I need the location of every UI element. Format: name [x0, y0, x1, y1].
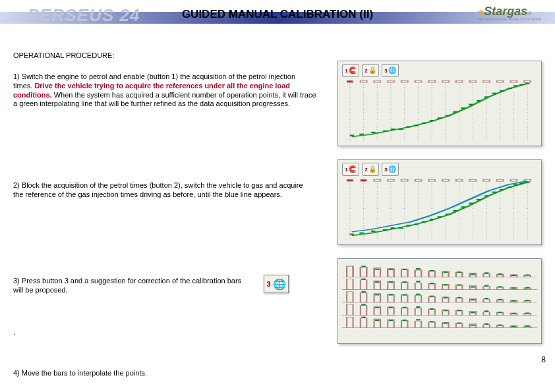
svg-rect-218 [375, 294, 380, 295]
svg-rect-141 [428, 296, 434, 302]
svg-rect-203 [525, 274, 530, 275]
svg-rect-183 [428, 271, 434, 277]
svg-rect-149 [347, 304, 353, 315]
logo-text-post: gas [507, 5, 527, 18]
svg-rect-206 [389, 281, 394, 283]
svg-rect-83 [391, 227, 395, 229]
suggest-correction-button[interactable]: 3🌐 [382, 163, 399, 176]
svg-rect-117 [483, 273, 489, 277]
svg-rect-101 [525, 182, 530, 183]
svg-rect-250 [457, 322, 461, 323]
svg-rect-207 [402, 281, 407, 283]
svg-rect-159 [483, 312, 489, 315]
svg-rect-136 [361, 293, 366, 302]
step-4-text: 4) Move the bars to interpolate the poin… [13, 369, 277, 378]
button-3-number: 3 [266, 280, 270, 288]
toolbar: 1🧲 2🔒 3🌐 [342, 163, 399, 176]
svg-rect-87 [422, 221, 426, 223]
toolbar: 1🧲 2🔒 3🌐 [342, 64, 399, 77]
svg-rect-223 [444, 297, 448, 298]
svg-rect-253 [498, 324, 503, 325]
svg-rect-84 [399, 227, 403, 229]
svg-rect-40 [453, 111, 457, 113]
svg-rect-94 [477, 199, 481, 200]
svg-rect-48 [513, 85, 518, 86]
svg-rect-233 [402, 307, 407, 308]
svg-rect-255 [525, 325, 530, 327]
svg-rect-240 [498, 312, 503, 313]
svg-rect-47 [508, 88, 512, 89]
chart-plot-3 [342, 263, 537, 339]
logo-text-pre: Star [484, 5, 507, 18]
svg-rect-85 [406, 225, 411, 226]
svg-rect-211 [457, 284, 461, 285]
svg-rect-195 [416, 268, 421, 269]
svg-rect-140 [415, 296, 421, 302]
svg-rect-247 [416, 319, 421, 320]
svg-rect-28 [350, 135, 355, 136]
step-3-text: 3) Press button 3 and a suggestion for c… [13, 277, 250, 295]
svg-rect-34 [406, 126, 411, 127]
brand-logo: ✱Stargas® ALTERNATIVE FUEL SYSTEMS [478, 5, 542, 21]
svg-rect-222 [430, 296, 434, 297]
svg-rect-230 [361, 304, 366, 305]
svg-rect-217 [361, 291, 366, 293]
svg-rect-93 [469, 203, 473, 204]
svg-rect-214 [498, 286, 503, 287]
svg-rect-168 [415, 321, 421, 327]
lock-petrol-button[interactable]: 2🔒 [362, 64, 379, 77]
svg-rect-135 [347, 292, 353, 302]
svg-rect-39 [446, 115, 450, 116]
svg-rect-82 [383, 229, 388, 231]
svg-rect-88 [430, 219, 434, 220]
svg-rect-112 [415, 270, 421, 277]
svg-rect-86 [414, 224, 419, 225]
svg-rect-81 [371, 231, 376, 232]
svg-rect-44 [484, 96, 489, 98]
svg-rect-220 [402, 294, 407, 296]
svg-rect-126 [415, 283, 421, 289]
svg-rect-202 [511, 275, 516, 276]
svg-rect-50 [525, 83, 530, 84]
svg-rect-232 [389, 307, 394, 308]
svg-rect-181 [401, 269, 407, 277]
svg-rect-252 [484, 323, 489, 325]
svg-rect-254 [511, 325, 516, 327]
star-icon: ✱ [478, 9, 484, 16]
svg-rect-201 [498, 273, 503, 275]
svg-rect-145 [483, 299, 489, 302]
svg-rect-194 [402, 269, 407, 270]
svg-rect-31 [383, 130, 388, 132]
svg-rect-243 [361, 317, 366, 318]
svg-rect-90 [446, 213, 450, 215]
svg-rect-241 [511, 313, 516, 314]
suggest-correction-button[interactable]: 3🌐 [382, 64, 399, 77]
svg-rect-113 [428, 271, 434, 277]
svg-rect-99 [513, 184, 518, 185]
step-1-text: 1) Switch the engine to petrol and enabl… [13, 72, 316, 109]
svg-rect-221 [416, 294, 421, 295]
globe-icon: 🌐 [273, 278, 286, 291]
svg-rect-14 [347, 80, 353, 82]
globe-icon: 🌐 [388, 166, 396, 173]
svg-rect-182 [415, 270, 421, 277]
svg-rect-122 [361, 280, 366, 290]
svg-rect-219 [389, 294, 394, 295]
logo-tagline: ALTERNATIVE FUEL SYSTEMS [478, 17, 542, 21]
svg-rect-198 [457, 271, 461, 273]
svg-rect-209 [430, 283, 434, 284]
svg-rect-46 [500, 90, 504, 92]
magnet-icon: 🧲 [349, 67, 357, 74]
svg-rect-66 [361, 179, 366, 181]
acquire-petrol-button[interactable]: 1🧲 [342, 64, 359, 77]
chart-plot-2 [342, 179, 537, 240]
svg-rect-127 [428, 283, 434, 289]
svg-rect-226 [484, 298, 489, 299]
svg-rect-212 [471, 287, 475, 288]
svg-rect-236 [444, 310, 448, 311]
globe-icon: 🌐 [388, 67, 396, 74]
acquire-petrol-button[interactable]: 1🧲 [342, 163, 359, 176]
lock-petrol-button[interactable]: 2🔒 [362, 163, 379, 176]
svg-rect-108 [361, 267, 366, 277]
svg-rect-164 [361, 318, 366, 328]
